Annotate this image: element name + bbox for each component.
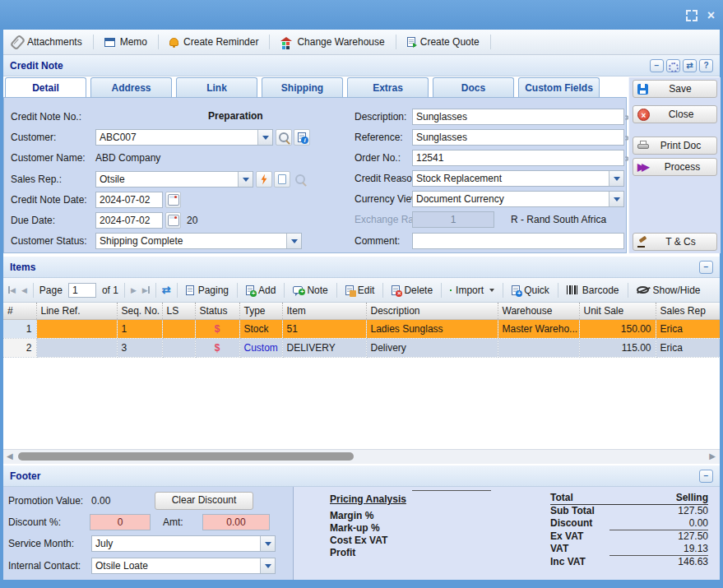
customer-info-button[interactable] — [294, 129, 310, 146]
discount-percent-input[interactable]: 0 — [90, 514, 151, 530]
clear-discount-button[interactable]: Clear Discount — [155, 492, 253, 510]
totals-row-value: 146.63 — [609, 556, 708, 568]
credit-reason-dropdown-button[interactable] — [609, 171, 623, 186]
customer-status-dropdown-button[interactable] — [286, 234, 301, 248]
sales-rep-quick-button[interactable] — [256, 171, 272, 188]
items-table: #Line Ref.Seq. No.LSStatusTypeItemDescri… — [3, 303, 720, 358]
items-toolbar-button-edit[interactable]: Edit — [343, 283, 378, 298]
items-toolbar-button-add[interactable]: +Add — [243, 283, 278, 298]
sales-rep-new-button[interactable] — [274, 171, 290, 188]
tab-docs[interactable]: Docs — [433, 77, 514, 98]
internal-contact-dropdown-button[interactable] — [260, 558, 275, 573]
refresh-icon[interactable]: ⇄ — [162, 285, 171, 295]
footer-header: Footer − — [3, 465, 720, 487]
credit-note-date-calendar-button[interactable] — [165, 192, 181, 208]
customer-dropdown-button[interactable] — [257, 130, 272, 145]
customer-search-button[interactable] — [276, 129, 292, 146]
reference-input[interactable]: Sunglasses — [412, 129, 624, 146]
comment-input[interactable] — [412, 233, 624, 249]
footer-collapse-button[interactable]: − — [699, 470, 713, 483]
cell: 1 — [3, 320, 36, 339]
order-no-input[interactable]: 12541 — [412, 150, 624, 166]
column-header-type[interactable]: Type — [239, 303, 282, 320]
column-header-description[interactable]: Description — [366, 303, 498, 320]
discount-amt-input[interactable]: 0.00 — [202, 514, 270, 530]
pager-first-button[interactable]: ◀ — [8, 286, 16, 294]
action-button-tcs[interactable]: T & Cs — [633, 233, 717, 251]
items-toolbar-button-showhide[interactable]: Show/Hide — [634, 283, 703, 298]
pager-last-button[interactable]: ▶ — [142, 286, 150, 294]
horizontal-scrollbar[interactable]: ◀ ▶ — [3, 449, 720, 464]
table-row[interactable]: 11$Stock51Ladies SunglassMaster Wareho..… — [3, 320, 720, 339]
pager-page-input[interactable]: 1 — [68, 283, 96, 298]
header-button-collapse[interactable]: − — [650, 59, 664, 72]
pager-next-button[interactable]: ▶ — [131, 286, 137, 294]
credit-reason-label: Credit Reason: — [355, 173, 420, 184]
toolbar-button-attachments[interactable]: Attachments — [10, 34, 86, 51]
action-button-process[interactable]: ▶▶Process — [633, 158, 717, 176]
action-button-close[interactable]: ×Close — [633, 105, 717, 123]
column-header-ls[interactable]: LS — [162, 303, 195, 320]
due-date-input[interactable]: 2024-07-02 — [95, 212, 163, 229]
tab-shipping[interactable]: Shipping — [262, 77, 343, 98]
items-toolbar-button-note[interactable]: +Note — [290, 283, 330, 298]
fullscreen-icon[interactable] — [686, 10, 698, 21]
scroll-right-arrow[interactable]: ▶ — [709, 451, 716, 461]
description-input[interactable]: Sunglasses — [412, 109, 624, 125]
items-toolbar-button-quick[interactable]: +Quick — [509, 283, 552, 298]
items-toolbar-button-paging[interactable]: Paging — [183, 283, 231, 298]
internal-contact-combo[interactable]: Otsile Loate — [91, 558, 276, 574]
due-date-calendar-button[interactable] — [165, 212, 181, 229]
table-row[interactable]: 23$CustomDELIVERYDelivery115.00Erica — [3, 339, 720, 358]
tab-address[interactable]: Address — [90, 77, 172, 98]
sales-rep-combo[interactable]: Otsile — [95, 171, 253, 188]
column-header-unit-sale[interactable]: Unit Sale — [579, 303, 656, 320]
items-toolbar-button-barcode[interactable]: Barcode — [564, 283, 622, 298]
cell: Master Wareho... — [498, 320, 579, 339]
tab-detail[interactable]: Detail — [5, 77, 86, 98]
items-toolbar-button-import[interactable]: Import — [447, 283, 497, 298]
tab-link[interactable]: Link — [176, 77, 257, 98]
customer-status-combo[interactable]: Shipping Complete — [95, 233, 302, 249]
scrollbar-thumb[interactable] — [18, 452, 354, 461]
header-button-settings[interactable] — [666, 59, 680, 72]
toolbar-button-create-quote[interactable]: Create Quote — [404, 35, 483, 49]
service-month-combo[interactable]: July — [91, 535, 276, 552]
column-header-seq-no-[interactable]: Seq. No. — [117, 303, 162, 320]
tab-custom-fields[interactable]: Custom Fields — [518, 77, 600, 98]
customer-combo[interactable]: ABC007 — [95, 129, 273, 146]
cell: DELIVERY — [282, 339, 366, 358]
items-toolbar-button-delete[interactable]: ×Delete — [389, 283, 435, 298]
badge-icon: + — [250, 290, 257, 297]
service-month-dropdown-button[interactable] — [260, 536, 275, 551]
action-button-label: Save — [648, 83, 712, 95]
sales-rep-search-button[interactable] — [292, 171, 308, 188]
toolbar-button-create-reminder[interactable]: Create Reminder — [166, 35, 262, 49]
pager-prev-button[interactable]: ◀ — [21, 286, 27, 294]
currency-view-dropdown-button[interactable] — [609, 192, 623, 206]
credit-note-date-input[interactable]: 2024-07-02 — [95, 192, 163, 208]
items-collapse-button[interactable]: − — [699, 261, 713, 274]
badge-icon: + — [299, 289, 305, 295]
currency-view-combo[interactable]: Document Currency — [412, 191, 624, 207]
close-icon[interactable]: × — [707, 10, 715, 21]
detail-form-panel: Credit Note No.: Preparation Customer: A… — [3, 97, 627, 253]
column-header-line-ref-[interactable]: Line Ref. — [36, 303, 117, 320]
toolbar-button-change-warehouse[interactable]: Change Warehouse — [277, 35, 387, 49]
column-header-warehouse[interactable]: Warehouse — [498, 303, 579, 320]
scroll-left-arrow[interactable]: ◀ — [7, 451, 13, 461]
action-button-save[interactable]: Save — [633, 80, 717, 98]
column-header--[interactable]: # — [3, 303, 36, 320]
close-circle-icon: × — [637, 109, 650, 121]
column-header-item[interactable]: Item — [282, 303, 366, 320]
sales-rep-dropdown-button[interactable] — [238, 172, 253, 187]
toolbar-button-memo[interactable]: Memo — [101, 35, 151, 49]
chevron-down-icon — [265, 542, 271, 546]
credit-reason-combo[interactable]: Stock Replacement — [412, 170, 624, 187]
column-header-status[interactable]: Status — [195, 303, 239, 320]
tab-extras[interactable]: Extras — [347, 77, 429, 98]
column-header-sales-rep[interactable]: Sales Rep — [656, 303, 720, 320]
header-button-help[interactable]: ? — [699, 59, 713, 72]
header-button-refresh[interactable]: ⇄ — [683, 59, 697, 72]
action-button-print[interactable]: Print Doc — [633, 137, 717, 155]
